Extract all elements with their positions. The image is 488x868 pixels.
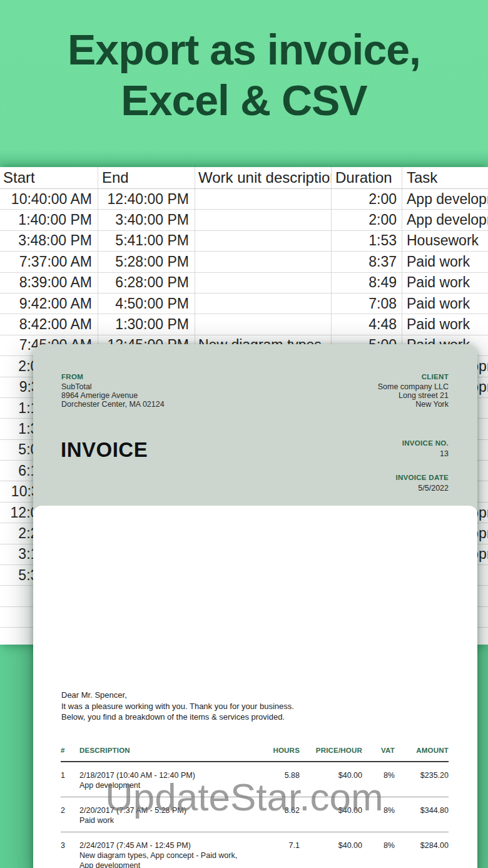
invoice-items-table: # DESCRIPTION HOURS PRICE/HOUR VAT AMOUN… (61, 745, 449, 868)
invoice-greeting: Dear Mr. Spencer, It was a pleasure work… (61, 690, 294, 723)
cell-start: 1:40:00 PM (0, 210, 98, 230)
cell-start: 8:42:00 AM (0, 314, 98, 334)
invoice-from-block: FROM SubTotal 8964 Amerige Avenue Dorche… (61, 373, 165, 409)
cell-work-unit-description (195, 210, 332, 230)
item-vat: 8% (362, 770, 395, 780)
cell-duration: 1:53 (332, 231, 402, 251)
invoice-number-block: INVOICE NO. 13 (402, 439, 449, 458)
item-number: 1 (61, 770, 79, 780)
invoice-items: 1 2/18/2017 (10:40 AM - 12:40 PM) App de… (61, 762, 449, 868)
greeting-line1: Dear Mr. Spencer, (61, 690, 127, 700)
table-row: 3:48:00 PM 5:41:00 PM 1:53 Housework (0, 231, 488, 252)
item-price-per-hour: $40.00 (300, 805, 362, 815)
item-description: 2/18/2017 (10:40 AM - 12:40 PM) App deve… (79, 770, 256, 790)
cell-duration: 7:08 (332, 294, 402, 314)
invoice-item-row: 3 2/24/2017 (7:45 AM - 12:45 PM) New dia… (61, 832, 449, 868)
client-label: CLIENT (378, 373, 449, 380)
item-amount: $235.20 (395, 770, 449, 780)
cell-work-unit-description (195, 294, 332, 314)
cell-task: Paid work (402, 273, 488, 293)
cell-duration: 2:00 (332, 210, 402, 230)
invoice-item-row: 1 2/18/2017 (10:40 AM - 12:40 PM) App de… (61, 762, 449, 797)
cell-start: 10:40:00 AM (0, 189, 98, 209)
greeting-line2: It was a pleasure working with you. Than… (61, 702, 294, 711)
greeting-line3: Below, you find a breakdown of the items… (61, 712, 285, 722)
client-address1: Long street 21 (399, 391, 449, 400)
cell-task: App development (402, 189, 488, 209)
cell-duration: 4:48 (332, 314, 402, 334)
cell-end: 1:30:00 PM (98, 314, 195, 334)
table-row: 1:40:00 PM 3:40:00 PM 2:00 App developme… (0, 210, 488, 230)
items-header-description: DESCRIPTION (79, 745, 256, 755)
item-hours: 7.1 (256, 840, 300, 850)
hero-title-line2: Excel & CSV (121, 76, 367, 124)
item-details: New diagram types, App concept - Paid wo… (79, 850, 250, 868)
table-row: 9:42:00 AM 4:50:00 PM 7:08 Paid work (0, 294, 488, 314)
from-address1: 8964 Amerige Avenue (61, 391, 138, 400)
cell-start: 8:39:00 AM (0, 273, 98, 293)
invoice-items-header: # DESCRIPTION HOURS PRICE/HOUR VAT AMOUN… (61, 745, 449, 762)
cell-work-unit-description (195, 314, 332, 334)
cell-work-unit-description (195, 231, 332, 251)
item-hours: 8.62 (256, 805, 300, 815)
item-amount: $284.00 (395, 840, 449, 850)
item-hours: 5.88 (256, 770, 300, 780)
hero-banner: Export as invoice, Excel & CSV (0, 0, 488, 167)
table-row: 10:40:00 AM 12:40:00 PM 2:00 App develop… (0, 189, 488, 210)
item-number: 3 (61, 840, 79, 850)
hero-title: Export as invoice, Excel & CSV (68, 24, 420, 125)
client-address2: New York (415, 400, 449, 409)
client-address: Some company LLC Long street 21 New York (378, 382, 449, 409)
invoice-card: FROM SubTotal 8964 Amerige Avenue Dorche… (33, 344, 477, 868)
from-address: SubTotal 8964 Amerige Avenue Dorchester … (61, 382, 165, 409)
spreadsheet-header-row: Start End Work unit description Duration… (0, 167, 488, 189)
item-vat: 8% (362, 840, 395, 850)
item-price-per-hour: $40.00 (300, 770, 362, 780)
invoice-title: INVOICE (61, 438, 148, 462)
cell-work-unit-description (195, 252, 332, 272)
invoice-number-label: INVOICE NO. (402, 439, 449, 447)
cell-task: Paid work (402, 294, 488, 314)
cell-work-unit-description (195, 189, 332, 209)
item-vat: 8% (362, 805, 395, 815)
cell-end: 12:40:00 PM (98, 189, 195, 209)
column-header-start: Start (0, 167, 98, 188)
invoice-date-value: 5/5/2022 (395, 484, 449, 493)
column-header-work-unit-description: Work unit description (195, 167, 332, 188)
invoice-item-row: 2 2/20/2017 (7:37 AM - 5:28 PM) Paid wor… (61, 797, 449, 832)
items-header-hours: HOURS (256, 745, 300, 755)
item-description: 2/20/2017 (7:37 AM - 5:28 PM) Paid work (79, 805, 256, 825)
table-row: 7:37:00 AM 5:28:00 PM 8:37 Paid work (0, 252, 488, 272)
invoice-date-label: INVOICE DATE (395, 474, 449, 481)
item-date-range: 2/20/2017 (7:37 AM - 5:28 PM) (79, 805, 250, 815)
cell-task: Paid work (402, 314, 488, 334)
cell-start: 7:37:00 AM (0, 252, 98, 272)
cell-task: Paid work (402, 252, 488, 272)
invoice-client-block: CLIENT Some company LLC Long street 21 N… (378, 373, 449, 409)
item-details: Paid work (79, 815, 250, 825)
column-header-task: Task (402, 167, 488, 188)
from-address2: Dorchester Center, MA 02124 (61, 400, 165, 409)
cell-duration: 2:00 (332, 189, 402, 209)
item-price-per-hour: $40.00 (300, 840, 362, 850)
item-date-range: 2/18/2017 (10:40 AM - 12:40 PM) (79, 770, 250, 780)
column-header-end: End (98, 167, 195, 188)
cell-end: 3:40:00 PM (98, 210, 195, 230)
invoice-card-header: FROM SubTotal 8964 Amerige Avenue Dorche… (33, 344, 477, 511)
cell-end: 4:50:00 PM (98, 294, 195, 314)
invoice-date-block: INVOICE DATE 5/5/2022 (395, 474, 449, 493)
table-row: 8:39:00 AM 6:28:00 PM 8:49 Paid work (0, 273, 488, 294)
cell-start: 3:48:00 PM (0, 231, 98, 251)
column-header-duration: Duration (332, 167, 402, 188)
cell-task: App development (402, 210, 488, 230)
cell-end: 5:28:00 PM (98, 252, 195, 272)
cell-start: 9:42:00 AM (0, 294, 98, 314)
hero-title-line1: Export as invoice, (68, 26, 420, 73)
invoice-card-body: Dear Mr. Spencer, It was a pleasure work… (33, 506, 477, 868)
item-description: 2/24/2017 (7:45 AM - 12:45 PM) New diagr… (79, 840, 256, 868)
table-row: 8:42:00 AM 1:30:00 PM 4:48 Paid work (0, 314, 488, 335)
promo-screenshot: Export as invoice, Excel & CSV Start End… (0, 0, 488, 868)
items-header-num: # (61, 745, 79, 755)
item-date-range: 2/24/2017 (7:45 AM - 12:45 PM) (79, 840, 250, 850)
cell-duration: 8:49 (332, 273, 402, 293)
